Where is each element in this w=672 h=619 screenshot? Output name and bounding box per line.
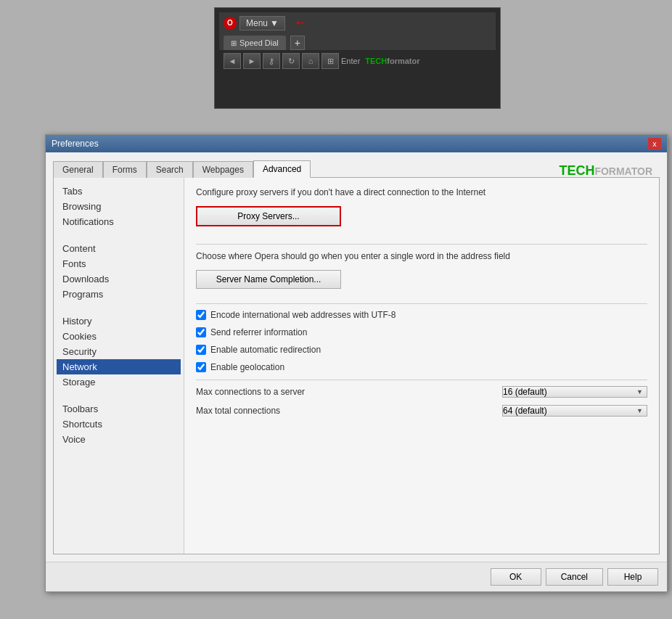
max-total-connections-label: Max total connections [196,406,280,416]
forward-button[interactable]: ► [243,53,261,69]
enter-label: Enter [341,57,360,65]
main-content: Configure proxy servers if you don't hav… [184,178,659,554]
preferences-dialog: Preferences x General Forms Search Webpa… [45,134,668,592]
checkbox-encode-utf8: Encode international web addresses with … [196,310,647,320]
tab-search[interactable]: Search [147,161,193,178]
proxy-description: Configure proxy servers if you don't hav… [196,186,647,199]
tab-general[interactable]: General [53,161,103,178]
checkbox-geolocation-input[interactable] [196,362,206,372]
menu-button[interactable]: Menu ▼ [239,16,285,30]
max-connections-server-row: Max connections to a server 16 (default)… [196,386,647,398]
grid-icon: ⊞ [231,39,237,47]
sidebar-item-tabs[interactable]: Tabs [57,184,181,199]
refresh-button[interactable]: ↻ [282,53,300,69]
tab-label: Speed Dial [239,38,279,47]
dialog-close-button[interactable]: x [648,138,661,149]
sidebar: Tabs Browsing Notifications Content Font… [54,178,184,554]
ok-button[interactable]: OK [491,568,541,586]
checkbox-referrer-input[interactable] [196,327,206,337]
checkbox-referrer-label: Send referrer information [210,327,307,337]
sidebar-item-cookies[interactable]: Cookies [57,329,181,344]
sidebar-item-voice[interactable]: Voice [57,432,181,447]
sidebar-item-storage[interactable]: Storage [57,374,181,390]
sidebar-item-network[interactable]: Network [57,359,181,374]
sidebar-group-1: Tabs Browsing Notifications [57,184,181,229]
tab-advanced[interactable]: Advanced [253,160,311,178]
content-area: Tabs Browsing Notifications Content Font… [53,177,660,554]
red-arrow: ← [294,15,307,30]
sidebar-item-browsing[interactable]: Browsing [57,199,181,214]
section-divider-1 [196,244,647,245]
max-connections-server-label: Max connections to a server [196,387,305,397]
section-divider-3 [196,380,647,380]
checkbox-geolocation: Enable geolocation [196,362,647,372]
browser-watermark: TECHformator [365,57,419,65]
nav-bar: ◄ ► ⚷ ↻ ⌂ ⊞ Enter TECHformator [219,50,496,72]
max-total-connections-select[interactable]: 64 (default) 16 32 128 [502,405,647,417]
dialog-title: Preferences [52,139,99,149]
sidebar-item-toolbars[interactable]: Toolbars [57,401,181,417]
server-name-description: Choose where Opera should go when you en… [196,250,647,263]
cancel-button[interactable]: Cancel [546,568,603,586]
sidebar-item-history[interactable]: History [57,313,181,329]
menu-chevron: ▼ [270,18,279,28]
tab-forms[interactable]: Forms [103,161,147,178]
grid-nav-button[interactable]: ⊞ [321,53,339,69]
checkbox-auto-redirect-input[interactable] [196,345,206,355]
checkbox-geolocation-label: Enable geolocation [210,362,284,372]
sidebar-item-fonts[interactable]: Fonts [57,256,181,271]
browser-toolbar: O Menu ▼ ← [219,12,496,33]
tab-webpages[interactable]: Webpages [193,161,253,178]
speed-dial-tab[interactable]: ⊞ Speed Dial [224,36,286,50]
home-button[interactable]: ⌂ [302,53,319,69]
checkbox-encode-utf8-input[interactable] [196,310,206,320]
sidebar-item-programs[interactable]: Programs [57,287,181,302]
max-total-connections-row: Max total connections 64 (default) 16 32… [196,405,647,417]
max-total-connections-wrapper: 64 (default) 16 32 128 [502,405,647,417]
dialog-body: General Forms Search Webpages Advanced T… [46,152,667,562]
checkbox-auto-redirect-label: Enable automatic redirection [210,345,321,355]
preference-tabs: General Forms Search Webpages Advanced T… [53,160,660,177]
sidebar-item-security[interactable]: Security [57,344,181,359]
sidebar-item-shortcuts[interactable]: Shortcuts [57,417,181,432]
dialog-footer: OK Cancel Help [46,562,667,591]
tab-bar: ⊞ Speed Dial + [219,33,496,50]
sidebar-item-notifications[interactable]: Notifications [57,214,181,229]
back-button[interactable]: ◄ [224,53,241,69]
dialog-watermark: TECHFORMATOR [559,163,652,179]
opera-logo: O [224,17,237,30]
sidebar-item-downloads[interactable]: Downloads [57,271,181,287]
server-name-button[interactable]: Server Name Completion... [196,270,341,289]
dialog-titlebar: Preferences x [46,135,667,152]
checkbox-encode-utf8-label: Encode international web addresses with … [210,310,396,320]
sidebar-group-4: Toolbars Shortcuts Voice [57,401,181,447]
menu-label: Menu [246,18,268,28]
browser-screenshot: O Menu ▼ ← ⊞ Speed Dial + ◄ ► ⚷ ↻ ⌂ ⊞ En… [214,7,501,109]
key-button[interactable]: ⚷ [263,53,280,69]
sidebar-group-3: History Cookies Security Network Storage [57,313,181,390]
sidebar-group-2: Content Fonts Downloads Programs [57,241,181,302]
max-connections-server-select[interactable]: 16 (default) 4 8 32 64 [502,386,647,398]
checkbox-auto-redirect: Enable automatic redirection [196,345,647,355]
checkbox-referrer: Send referrer information [196,327,647,337]
help-button[interactable]: Help [607,568,658,586]
max-connections-server-wrapper: 16 (default) 4 8 32 64 [502,386,647,398]
new-tab-button[interactable]: + [290,36,305,50]
section-divider-2 [196,303,647,304]
proxy-servers-button[interactable]: Proxy Servers... [196,206,341,226]
sidebar-item-content[interactable]: Content [57,241,181,256]
